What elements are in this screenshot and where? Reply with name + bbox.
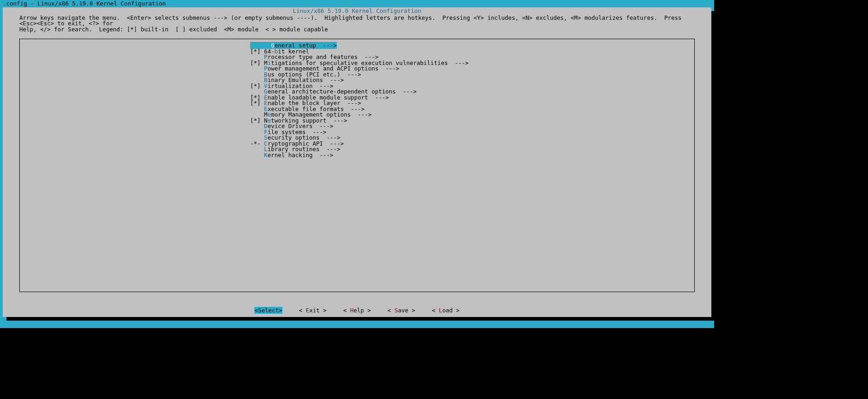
- button-pre: <: [343, 307, 350, 314]
- button-pre: <: [432, 307, 439, 314]
- menu-item-hotkey: K: [264, 152, 268, 158]
- button-rest: xit >: [309, 307, 327, 314]
- terminal-window: .config - Linux/x86 5.19.0 Kernel Config…: [0, 0, 714, 328]
- window-title: .config - Linux/x86 5.19.0 Kernel Config…: [3, 0, 166, 7]
- menu-item-19[interactable]: Kernel hacking --->: [250, 153, 469, 158]
- button-rest: ave >: [398, 307, 416, 314]
- button-help[interactable]: < Help >: [343, 307, 371, 314]
- help-line-1: Arrow keys navigate the menu. <Enter> se…: [19, 14, 685, 27]
- button-rest: elp >: [353, 307, 371, 314]
- menu-box: General setup --->[*] 64-bit kernel Proc…: [19, 39, 695, 292]
- help-line-2: Help, </> for Search. Legend: [*] built-…: [19, 26, 328, 33]
- button-pre: <: [299, 307, 306, 314]
- menu-item-label: ernel hacking --->: [268, 152, 334, 158]
- button-load[interactable]: < Load >: [432, 307, 459, 314]
- button-hotkey: S: [394, 307, 398, 314]
- button-exit[interactable]: < Exit >: [299, 307, 327, 314]
- dialog-panel: Linux/x86 5.19.0 Kernel Configuration Ar…: [3, 7, 711, 317]
- button-rest: oad >: [442, 307, 460, 314]
- dialog-title: Linux/x86 5.19.0 Kernel Configuration: [3, 7, 711, 14]
- button-select[interactable]: <Select>: [254, 307, 282, 314]
- menu-item-bracket: [250, 152, 264, 158]
- button-pre: <: [387, 307, 394, 314]
- button-save[interactable]: < Save >: [387, 307, 415, 314]
- help-text: Arrow keys navigate the menu. <Enter> se…: [3, 14, 711, 35]
- menu-list: General setup --->[*] 64-bit kernel Proc…: [250, 43, 469, 158]
- button-row: <Select>< Exit >< Help >< Save >< Load >: [3, 308, 711, 314]
- button-hotkey: L: [439, 307, 442, 314]
- window-title-bar: .config - Linux/x86 5.19.0 Kernel Config…: [0, 0, 714, 7]
